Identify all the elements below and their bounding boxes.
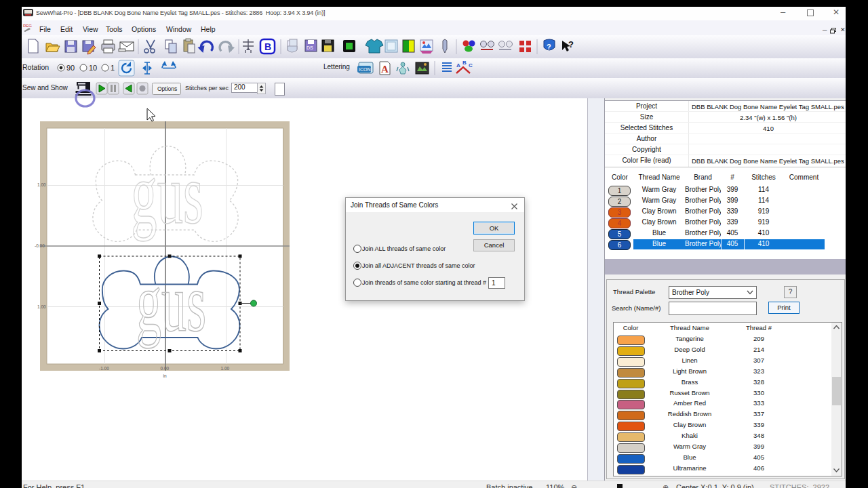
svg-text:in: in <box>163 373 167 378</box>
svg-text:gus: gus <box>136 257 206 348</box>
svg-text:?: ? <box>547 43 551 51</box>
svg-text:?: ? <box>568 39 574 49</box>
svg-text:1.00: 1.00 <box>37 182 46 187</box>
svg-text:A: A <box>456 62 460 68</box>
svg-text:10: 10 <box>89 64 97 72</box>
svg-text:B: B <box>264 41 271 52</box>
svg-text:1.00: 1.00 <box>221 366 230 371</box>
svg-text:1.00: 1.00 <box>37 304 46 309</box>
svg-text:-1.00: -1.00 <box>99 366 109 371</box>
svg-text:90: 90 <box>66 64 75 72</box>
svg-text:DS: DS <box>307 45 313 50</box>
svg-text:1: 1 <box>111 64 115 72</box>
svg-text:B: B <box>462 60 467 66</box>
svg-text:C: C <box>469 62 473 68</box>
svg-text:0.00: 0.00 <box>161 366 170 371</box>
svg-text:gus: gus <box>131 146 203 241</box>
svg-text:-0.00: -0.00 <box>35 243 45 248</box>
svg-text:ICON: ICON <box>359 67 371 72</box>
svg-text:REG: REG <box>23 24 32 28</box>
svg-text:A: A <box>381 64 389 75</box>
